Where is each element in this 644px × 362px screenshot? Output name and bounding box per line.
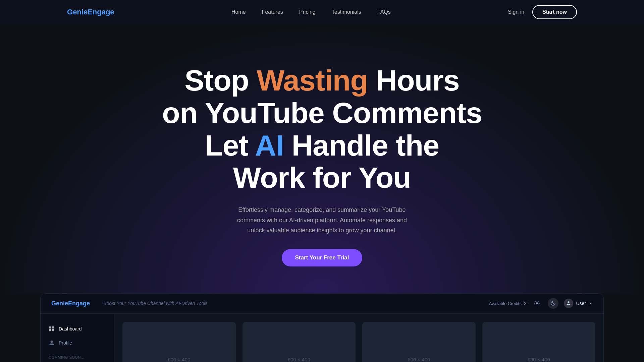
sign-in-button[interactable]: Sign in xyxy=(508,9,524,15)
dashboard-body: Dashboard Profile Comming soon... AI Com… xyxy=(41,314,603,362)
video-card-2[interactable]: 600 × 400 Your Awesome Video Title xyxy=(243,322,356,362)
nav-links: Home Features Pricing Testimonials FAQs xyxy=(231,9,391,15)
dashboard-icon xyxy=(49,326,55,332)
navbar: GenieEngage Home Features Pricing Testim… xyxy=(0,0,644,24)
video-card-1[interactable]: 600 × 400 Your Awesome Video Title xyxy=(122,322,236,362)
video-thumbnail-2: 600 × 400 xyxy=(243,322,356,362)
svg-rect-5 xyxy=(52,329,54,331)
dark-mode-button[interactable] xyxy=(548,298,558,309)
svg-point-6 xyxy=(51,341,53,343)
video-thumbnail-4: 600 × 400 xyxy=(482,322,596,362)
nav-actions: Sign in Start now xyxy=(508,5,577,19)
logo-accent: G xyxy=(67,8,73,16)
video-thumbnail-3: 600 × 400 xyxy=(362,322,476,362)
free-trial-button[interactable]: Start Your Free Trial xyxy=(282,249,363,266)
hero-headline: Stop Wasting Hours on YouTube Comments L… xyxy=(67,64,577,194)
sidebar-profile-label: Profile xyxy=(59,340,72,346)
user-avatar xyxy=(564,299,573,308)
nav-home[interactable]: Home xyxy=(231,9,246,15)
svg-point-0 xyxy=(536,302,538,304)
hero-subtitle: Effortlessly manage, categorize, and sum… xyxy=(228,205,416,236)
sidebar-item-profile[interactable]: Profile xyxy=(41,336,114,350)
user-label: User xyxy=(576,301,586,306)
video-thumbnail-1: 600 × 400 xyxy=(122,322,236,362)
dash-tagline: Boost Your YouTube Channel with AI-Drive… xyxy=(103,301,207,306)
video-card-4[interactable]: 600 × 400 Your Awesome Video Title xyxy=(482,322,596,362)
dash-logo: GenieEngage xyxy=(51,300,90,307)
video-grid: 600 × 400 Your Awesome Video Title 600 ×… xyxy=(122,322,595,362)
sidebar-item-dashboard[interactable]: Dashboard xyxy=(41,322,114,336)
sidebar: Dashboard Profile Comming soon... AI Com… xyxy=(41,314,114,362)
dash-header-right: Available Credits: 3 User xyxy=(489,298,593,309)
coming-soon-label: Comming soon... xyxy=(41,350,114,362)
dashboard-main: 600 × 400 Your Awesome Video Title 600 ×… xyxy=(114,314,603,362)
video-card-3[interactable]: 600 × 400 Your Awesome Video Title xyxy=(362,322,476,362)
sidebar-dashboard-label: Dashboard xyxy=(59,326,82,331)
moon-icon xyxy=(550,301,556,306)
nav-pricing[interactable]: Pricing xyxy=(299,9,316,15)
svg-rect-4 xyxy=(49,329,51,331)
person-icon xyxy=(566,301,571,306)
svg-rect-2 xyxy=(49,326,51,328)
svg-point-1 xyxy=(568,301,570,303)
user-menu[interactable]: User xyxy=(564,299,593,308)
hero-section: Stop Wasting Hours on YouTube Comments L… xyxy=(0,24,644,293)
nav-testimonials[interactable]: Testimonials xyxy=(332,9,361,15)
start-now-button[interactable]: Start now xyxy=(532,5,577,19)
svg-rect-3 xyxy=(52,326,54,328)
nav-faqs[interactable]: FAQs xyxy=(377,9,391,15)
nav-features[interactable]: Features xyxy=(262,9,283,15)
dashboard-preview: GenieEngage Boost Your YouTube Channel w… xyxy=(40,293,604,362)
credits-badge: Available Credits: 3 xyxy=(489,301,527,306)
chevron-down-icon xyxy=(589,301,593,305)
sun-icon xyxy=(534,300,540,306)
nav-logo: GenieEngage xyxy=(67,8,114,16)
profile-icon xyxy=(49,340,55,346)
dashboard-header: GenieEngage Boost Your YouTube Channel w… xyxy=(41,294,603,314)
light-mode-button[interactable] xyxy=(532,298,542,309)
